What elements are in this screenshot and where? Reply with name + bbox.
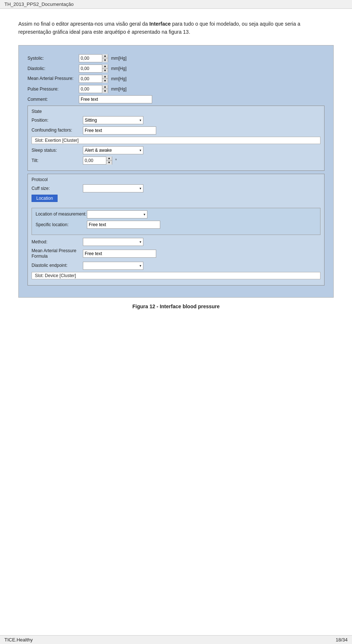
cuff-size-row: Cuff size: [32,184,320,192]
position-select-wrapper[interactable]: Sitting Standing Lying [83,116,143,124]
slot-exertion-row: Slot: Exertion [Cluster] [32,137,320,144]
form-area: Systolic: 0,00 ▲ ▼ mm[Hg] Diastolic: [25,51,327,291]
tilt-label: Tilt: [32,158,83,163]
specific-location-row: Specific location: [36,221,316,229]
diastolic-spin-down[interactable]: ▼ [102,69,108,73]
diastolic-endpoint-row: Diastolic endpoint: [32,262,320,270]
method-label: Method: [32,239,83,244]
specific-location-label: Specific location: [36,222,87,227]
state-fieldset: State Position: Sitting Standing Lying C… [27,106,324,171]
diastolic-spinner[interactable]: 0,00 ▲ ▼ [79,65,108,73]
protocol-title: Protocol [30,177,49,182]
location-measurement-select-wrapper[interactable] [87,210,147,218]
slot-device-row: Slot: Device [Cluster] [32,272,320,279]
sleep-status-select-wrapper[interactable]: Alert & awake Sleeping [83,146,143,154]
mean-arterial-input-group: 0,00 ▲ ▼ mm[Hg] [79,75,126,83]
pulse-pressure-row: Pulse Pressure: 0,00 ▲ ▼ mm[Hg] [27,85,324,93]
specific-location-input[interactable] [87,221,160,229]
map-formula-row: Mean Arterial Pressure Formula [32,248,320,260]
diastolic-spin-up[interactable]: ▲ [102,65,108,69]
comment-label: Comment: [27,97,79,102]
comment-input[interactable] [79,95,152,103]
pulse-pressure-input-group: 0,00 ▲ ▼ mm[Hg] [79,85,126,93]
systolic-spin-buttons[interactable]: ▲ ▼ [102,54,108,62]
tilt-spin-buttons[interactable]: ▲ ▼ [106,157,112,165]
confounding-label: Confounding factors: [32,128,83,133]
systolic-spinner[interactable]: 0,00 ▲ ▼ [79,54,108,62]
mean-arterial-unit: mm[Hg] [111,76,126,81]
pulse-pressure-spin-down[interactable]: ▼ [102,89,108,93]
mean-arterial-value: 0,00 [79,76,102,81]
mean-arterial-spin-up[interactable]: ▲ [102,75,108,79]
location-inner-fieldset: Location of measurement: Specific locati… [32,208,320,235]
location-button[interactable]: Location [32,195,58,202]
pulse-pressure-value: 0,00 [79,87,102,92]
sleep-status-row: Sleep status: Alert & awake Sleeping [32,146,320,154]
sleep-status-select[interactable]: Alert & awake Sleeping [83,146,143,154]
diastolic-endpoint-select-wrapper[interactable] [83,262,143,270]
tilt-input-group: 0,00 ▲ ▼ ° [83,157,117,165]
method-row: Method: [32,238,320,246]
tilt-unit: ° [115,158,117,163]
comment-row: Comment: [27,95,324,103]
confounding-row: Confounding factors: [32,126,320,135]
diastolic-row: Diastolic: 0,00 ▲ ▼ mm[Hg] [27,65,324,73]
map-formula-input[interactable] [83,250,156,258]
position-label: Position: [32,118,83,123]
cuff-size-select-wrapper[interactable] [83,184,143,192]
position-row: Position: Sitting Standing Lying [32,116,320,124]
map-formula-label: Mean Arterial Pressure Formula [32,248,83,260]
tilt-spin-up[interactable]: ▲ [106,157,112,161]
systolic-label: Systolic: [27,56,79,61]
diastolic-spin-buttons[interactable]: ▲ ▼ [102,65,108,73]
state-title: State [30,109,43,114]
systolic-input-group: 0,00 ▲ ▼ mm[Hg] [79,54,126,62]
tilt-spin-down[interactable]: ▼ [106,161,112,165]
intro-paragraph: Assim no final o editor apresenta-nos um… [18,20,334,36]
systolic-unit: mm[Hg] [111,56,126,61]
diastolic-value: 0,00 [79,66,102,71]
tilt-row: Tilt: 0,00 ▲ ▼ ° [32,157,320,165]
intro-text-before: Assim no final o editor apresenta-nos um… [18,21,149,27]
diastolic-unit: mm[Hg] [111,66,126,71]
location-measurement-label: Location of measurement: [36,211,87,217]
systolic-spin-up[interactable]: ▲ [102,54,108,59]
protocol-fieldset: Protocol Cuff size: Location [27,174,324,286]
mean-arterial-spinner[interactable]: 0,00 ▲ ▼ [79,75,108,83]
cuff-size-select[interactable] [83,184,143,192]
tilt-value: 0,00 [83,158,106,163]
sleep-status-label: Sleep status: [32,148,83,153]
page-header: TH_2013_PPS2_Documentação [0,0,352,9]
pulse-pressure-spinner[interactable]: 0,00 ▲ ▼ [79,85,108,93]
pulse-pressure-spin-buttons[interactable]: ▲ ▼ [102,85,108,93]
cuff-size-label: Cuff size: [32,186,83,191]
systolic-value: 0,00 [79,56,102,61]
intro-bold: Interface [149,21,170,27]
pulse-pressure-unit: mm[Hg] [111,87,126,92]
method-select-wrapper[interactable] [83,238,143,246]
mean-arterial-spin-buttons[interactable]: ▲ ▼ [102,75,108,83]
pulse-pressure-spin-up[interactable]: ▲ [102,85,108,89]
systolic-spin-down[interactable]: ▼ [102,58,108,62]
method-select[interactable] [83,238,143,246]
location-measurement-row: Location of measurement: [36,210,316,218]
position-select[interactable]: Sitting Standing Lying [83,116,143,124]
systolic-row: Systolic: 0,00 ▲ ▼ mm[Hg] [27,54,324,62]
location-button-row: Location [32,195,320,205]
figure-caption: Figura 12 - Interface blood pressure [18,303,334,309]
tilt-spinner[interactable]: 0,00 ▲ ▼ [83,157,112,165]
mean-arterial-row: Mean Arterial Pressure: 0,00 ▲ ▼ mm[Hg] [27,75,324,83]
location-measurement-select[interactable] [87,210,147,218]
main-content: Assim no final o editor apresenta-nos um… [0,9,352,331]
confounding-input[interactable] [83,126,156,135]
diastolic-label: Diastolic: [27,66,79,71]
diastolic-endpoint-select[interactable] [83,262,143,270]
diastolic-input-group: 0,00 ▲ ▼ mm[Hg] [79,65,126,73]
pulse-pressure-label: Pulse Pressure: [27,87,79,92]
diastolic-endpoint-label: Diastolic endpoint: [32,263,83,269]
figure-container: Systolic: 0,00 ▲ ▼ mm[Hg] Diastolic: [18,45,334,298]
mean-arterial-spin-down[interactable]: ▼ [102,79,108,83]
page-title: TH_2013_PPS2_Documentação [4,1,74,7]
mean-arterial-label: Mean Arterial Pressure: [27,76,79,82]
